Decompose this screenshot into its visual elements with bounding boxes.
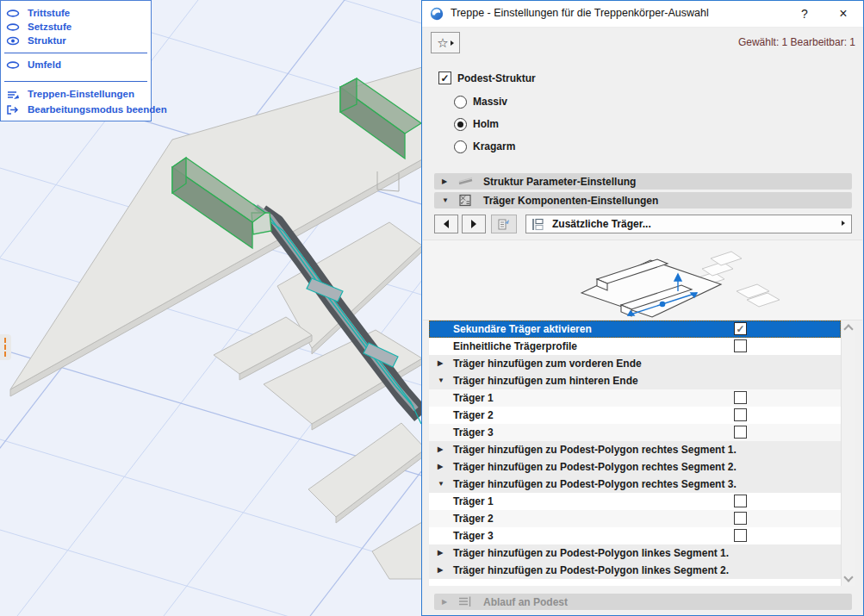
menu-item-label: Treppen-Einstellungen [28,89,134,99]
beam-group-row[interactable]: ▼Träger hinzufügen zu Podest-Polygon rec… [429,476,841,493]
row-label: Träger hinzufügen zu Podest-Polygon rech… [453,476,737,493]
transfer-settings-button[interactable] [491,215,517,233]
section-label: Struktur Parameter-Einstellung [483,176,636,188]
edit-mode-palette: Trittstufe Setzstufe Struktur Umfeld [0,0,152,121]
collapsed-triangle-icon[interactable]: ▶ [438,458,443,476]
expanded-triangle-icon: ▼ [442,196,451,204]
beam-list-row[interactable]: Träger 2 [429,510,841,527]
dialog-titlebar: Treppe - Einstellungen für die Treppenkö… [422,1,863,28]
section-struktur-parameter[interactable]: ▶ Struktur Parameter-Einstellung [434,173,852,190]
additional-beams-dropdown[interactable]: Zusätzliche Träger... [525,215,852,233]
scroll-up-icon[interactable] [843,324,853,333]
tread-visibility-icon [6,8,21,19]
row-checkbox[interactable] [734,426,747,439]
next-beam-button[interactable] [462,215,486,233]
collapsed-triangle-icon[interactable]: ▶ [438,562,443,579]
menu-separator [4,81,147,82]
beam-group-row[interactable]: ▼Träger hinzufügen zum hinteren Ende [429,372,841,389]
beam-group-row[interactable]: ▶Träger hinzufügen zu Podest-Polygon lin… [429,562,841,579]
collapsed-triangle-icon[interactable]: ▶ [438,355,443,372]
structure-eye-icon [6,35,21,47]
scroll-down-icon[interactable] [843,572,853,582]
row-checkbox[interactable] [734,495,747,507]
help-button[interactable]: ? [796,5,813,22]
menu-item-setzstufe[interactable]: Setzstufe [6,20,71,34]
row-checkbox[interactable] [734,512,747,525]
favorites-flyout-arrow-icon [451,40,454,46]
beam-list: Sekundäre Träger aktivierenEinheitliche … [429,320,841,586]
radio-option-kragarm[interactable]: Kragarm [454,135,515,158]
beam-components-icon [457,194,475,207]
3d-viewport[interactable]: Trittstufe Setzstufe Struktur Umfeld [0,0,421,616]
podest-struktur-label: Podest-Struktur [457,72,536,84]
star-icon: ☆ [437,36,448,49]
row-checkbox[interactable] [734,339,747,352]
row-label: Träger hinzufügen zum hinteren Ende [453,372,638,389]
row-label: Träger hinzufügen zu Podest-Polygon link… [453,562,729,579]
beam-group-row[interactable]: ▶Träger hinzufügen zu Podest-Polygon rec… [429,458,841,476]
beam-group-row[interactable]: ▶Träger hinzufügen zu Podest-Polygon lin… [429,544,841,562]
section-label: Träger Komponenten-Einstellungen [483,195,658,207]
menu-item-bearbeitungsmodus-beenden[interactable]: Bearbeitungsmodus beenden [6,103,167,116]
row-label: Träger hinzufügen zu Podest-Polygon link… [453,544,729,562]
menu-item-label: Struktur [28,35,66,46]
beam-list-row[interactable]: Sekundäre Träger aktivieren [429,320,841,338]
section-label: Ablauf an Podest [483,596,568,608]
exit-edit-mode-icon [6,104,21,115]
row-checkbox[interactable] [734,322,747,335]
run-at-landing-icon [457,595,475,608]
menu-separator [4,53,147,53]
beam-group-row[interactable]: ▶Träger hinzufügen zu Podest-Polygon rec… [429,441,841,458]
left-arrow-icon [444,220,449,228]
podest-struktur-checkbox[interactable] [438,72,451,84]
menu-item-label: Umfeld [28,59,61,70]
menu-item-treppen-einstellungen[interactable]: Treppen-Einstellungen [6,87,134,101]
beam-profile-icon [531,218,545,231]
landing-beam-preview-image [568,241,783,320]
radio-label: Holm [473,118,499,130]
collapsed-triangle-icon[interactable]: ▶ [438,441,443,458]
beam-list-row[interactable]: Träger 1 [429,389,841,407]
stair-settings-dialog: Treppe - Einstellungen für die Treppenkö… [421,0,864,616]
environment-visibility-icon [6,59,21,71]
collapsed-triangle-icon: ▶ [442,177,451,185]
section-ablauf-an-podest[interactable]: ▶ Ablauf an Podest [434,594,852,610]
previous-beam-button[interactable] [434,215,458,233]
palette-dock-handle[interactable] [0,334,11,360]
radio-option-holm[interactable]: Holm [454,113,515,135]
beam-list-row[interactable]: Träger 3 [429,527,841,544]
favorites-button[interactable]: ☆ [431,32,460,53]
beam-list-row[interactable]: Träger 1 [429,493,841,510]
beam-preview-panel [423,240,862,320]
expanded-triangle-icon[interactable]: ▼ [438,372,444,389]
menu-item-trittstufe[interactable]: Trittstufe [6,6,70,20]
menu-item-struktur[interactable]: Struktur [6,34,66,47]
stair-settings-icon [6,89,21,100]
row-checkbox[interactable] [734,408,747,421]
expanded-triangle-icon[interactable]: ▼ [438,476,444,493]
radio-icon[interactable] [454,96,467,109]
radio-label: Massiv [473,96,507,108]
radio-icon[interactable] [454,140,467,153]
row-label: Träger 1 [453,493,494,510]
close-icon[interactable]: × [834,4,853,23]
row-label: Träger hinzufügen zum vorderen Ende [453,355,642,372]
collapsed-triangle-icon[interactable]: ▶ [438,544,443,562]
row-label: Träger 3 [453,527,494,544]
menu-item-umfeld[interactable]: Umfeld [6,58,61,72]
beam-list-row[interactable]: Träger 2 [429,407,841,424]
menu-item-label: Setzstufe [28,22,71,32]
radio-option-massiv[interactable]: Massiv [454,90,515,113]
list-scrollbar[interactable] [841,320,855,586]
row-checkbox[interactable] [734,391,747,404]
radio-label: Kragarm [473,140,515,152]
dropdown-label: Zusätzliche Träger... [552,218,651,230]
section-traeger-komponenten[interactable]: ▼ Träger Komponenten-Einstellungen [434,192,852,208]
riser-visibility-icon [6,22,21,33]
beam-list-row[interactable]: Einheitliche Trägerprofile [429,338,841,355]
radio-icon[interactable] [454,118,467,131]
row-checkbox[interactable] [734,529,747,542]
beam-group-row[interactable]: ▶Träger hinzufügen zum vorderen Ende [429,355,841,372]
beam-list-row[interactable]: Träger 3 [429,424,841,441]
menu-item-label: Bearbeitungsmodus beenden [28,104,167,115]
